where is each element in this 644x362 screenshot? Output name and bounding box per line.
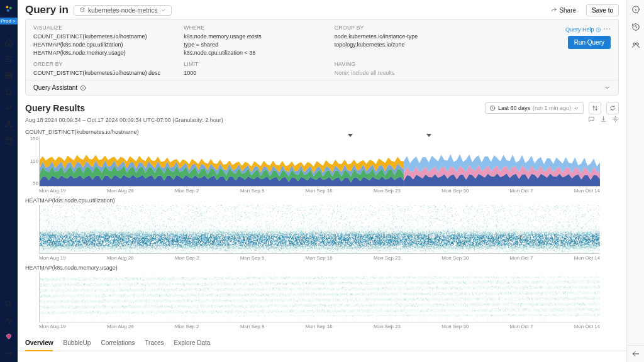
svg-point-10: [6, 126, 7, 127]
query-actions: Query Help ⋯ Run Query: [485, 25, 611, 57]
share-button[interactable]: Share: [546, 5, 581, 16]
chart-heatmap-cpu: HEATMAP(k8s.node.cpu.utilization) 403020…: [18, 195, 626, 262]
having-clause[interactable]: HAVING None; include all results: [335, 61, 477, 77]
tab-bubbleup[interactable]: BubbleUp: [63, 337, 91, 351]
search-icon[interactable]: [4, 299, 14, 309]
comment-icon[interactable]: [588, 116, 595, 124]
dataset-selector[interactable]: kubernetes-node-metrics: [74, 5, 172, 16]
tab-overview[interactable]: Overview: [25, 337, 53, 351]
groupby-clause[interactable]: GROUP BY node.kubernetes.io/instance-typ…: [335, 25, 477, 57]
query-panel: VISUALIZE COUNT_DISTINCT(kubernetes.io/h…: [25, 19, 619, 96]
tab-correlations[interactable]: Correlations: [101, 337, 135, 351]
slo-icon[interactable]: [4, 103, 14, 113]
page-title: Query in: [25, 4, 69, 16]
svg-point-12: [6, 138, 11, 140]
refresh-button[interactable]: [606, 102, 619, 114]
query-assistant-toggle[interactable]: Query Assistant: [26, 80, 618, 95]
orderby-clause[interactable]: ORDER BY COUNT_DISTINCT(kubernetes.io/ho…: [33, 61, 176, 77]
clock-icon: [489, 105, 496, 111]
svg-point-18: [614, 118, 616, 120]
home-icon[interactable]: [4, 38, 14, 48]
svg-point-15: [597, 28, 601, 32]
svg-point-2: [7, 9, 9, 12]
activity-icon[interactable]: [4, 315, 14, 326]
where-clause[interactable]: WHERE k8s.node.memory.usage existstype =…: [184, 25, 326, 57]
compare-button[interactable]: [589, 102, 601, 114]
results-tabs: OverviewBubbleUpCorrelationsTracesExplor…: [18, 333, 626, 351]
datasets-icon[interactable]: [4, 136, 14, 146]
run-query-button[interactable]: Run Query: [568, 36, 611, 49]
svg-point-11: [11, 126, 12, 127]
chevron-down-icon: [574, 106, 579, 111]
query-help-link[interactable]: Query Help: [565, 26, 602, 33]
svg-rect-3: [6, 72, 8, 75]
tab-traces[interactable]: Traces: [145, 337, 164, 351]
chart-heatmap-memory: HEATMAP(k8s.node.memory.usage) 200G150G1…: [18, 262, 626, 331]
app-logo[interactable]: [4, 4, 14, 14]
boards-icon[interactable]: [4, 70, 14, 80]
chart-count-distinct: COUNT_DISTINCT(kubernetes.io/hostname) 1…: [18, 126, 626, 195]
info-icon: [80, 85, 86, 91]
time-range-picker[interactable]: Last 60 days (run 1 min ago): [485, 102, 584, 114]
svg-rect-6: [9, 76, 12, 79]
right-rail: [626, 0, 644, 362]
dataset-name: kubernetes-node-metrics: [88, 7, 158, 14]
query-timestamp: Aug 18 2024 00:09:34 – Oct 17 2024 00:09…: [25, 117, 223, 123]
info-icon[interactable]: [631, 5, 640, 15]
collab-icon[interactable]: [631, 40, 640, 50]
svg-point-21: [636, 43, 638, 45]
svg-point-20: [633, 43, 635, 45]
top-bar: Query in kubernetes-node-metrics Share S…: [18, 0, 626, 19]
query-icon[interactable]: [4, 54, 14, 64]
download-icon[interactable]: [600, 116, 607, 124]
svg-rect-4: [9, 72, 12, 75]
results-header: Query Results Last 60 days (run 1 min ag…: [18, 96, 626, 116]
expand-rail-icon[interactable]: [4, 348, 14, 358]
results-title: Query Results: [25, 103, 85, 113]
env-badge[interactable]: Prod >: [0, 18, 18, 25]
svg-point-14: [80, 8, 84, 9]
alerts-icon[interactable]: [4, 87, 14, 97]
settings-icon[interactable]: [612, 116, 619, 124]
usage-icon[interactable]: [4, 332, 14, 342]
history-icon[interactable]: [631, 23, 640, 33]
limit-clause[interactable]: LIMIT 1000: [184, 61, 326, 77]
svg-point-0: [6, 6, 8, 8]
svg-point-13: [6, 301, 10, 305]
tab-explore data[interactable]: Explore Data: [174, 337, 211, 351]
collapse-right-rail-icon[interactable]: [627, 345, 644, 362]
chevron-down-icon: [160, 8, 166, 13]
svg-point-1: [9, 7, 12, 9]
chevron-down-icon: [604, 84, 611, 91]
save-button[interactable]: Save to: [586, 4, 619, 16]
svg-rect-5: [6, 76, 8, 79]
query-more-icon[interactable]: ⋯: [603, 25, 611, 33]
services-icon[interactable]: [4, 119, 14, 129]
left-nav-rail: Prod >: [0, 0, 18, 362]
visualize-clause[interactable]: VISUALIZE COUNT_DISTINCT(kubernetes.io/h…: [33, 25, 176, 57]
